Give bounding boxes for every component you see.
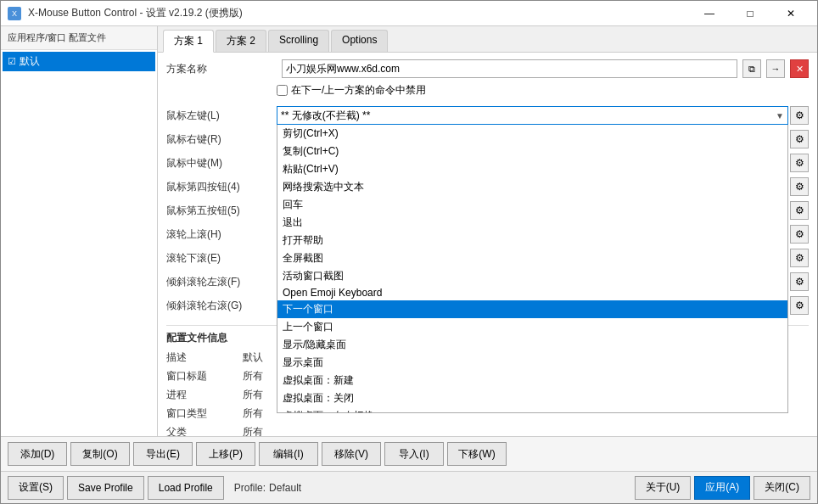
button-row-label-btn4: 鼠标第四按钮(4) <box>166 180 277 194</box>
gear-button-left[interactable]: ⚙ <box>790 106 809 125</box>
list-item[interactable]: 虚拟桌面：关闭 <box>277 389 787 407</box>
list-item[interactable]: 退出 <box>277 214 787 232</box>
left-panel: 应用程序/窗口 配置文件 ☑ 默认 <box>1 26 158 436</box>
right-panel: 方案 1 方案 2 Scrolling Options 方案名称 ⧉ → ✕ <box>158 26 817 436</box>
checked-icon: ☑ <box>8 56 16 67</box>
tabs-bar: 方案 1 方案 2 Scrolling Options <box>158 26 817 53</box>
disable-checkbox[interactable] <box>277 85 288 96</box>
profile-name-row: 方案名称 ⧉ → ✕ <box>166 59 809 78</box>
button-rows: 鼠标左键(L) ** 无修改(不拦截) ** ▼ 剪切(Ctrl+X) 复制(C… <box>166 104 809 318</box>
button-row-label-tilt-left: 倾斜滚轮左滚(F) <box>166 275 277 289</box>
dropdown-list: 剪切(Ctrl+X) 复制(Ctrl+C) 粘贴(Ctrl+V) 网络搜索选中文… <box>277 125 788 413</box>
gear-button-tilt-left[interactable]: ⚙ <box>790 272 809 291</box>
gear-button-btn5[interactable]: ⚙ <box>790 201 809 220</box>
list-item[interactable]: Open Emoji Keyboard <box>277 285 787 300</box>
footer-bar: 设置(S) Save Profile Load Profile Profile:… <box>1 471 817 503</box>
config-info-label-desc: 描述 <box>166 350 243 365</box>
copy-button[interactable]: 复制(O) <box>70 442 130 466</box>
disable-label: 在下一/上一方案的命令中禁用 <box>291 83 426 98</box>
tab-scrolling[interactable]: Scrolling <box>268 30 329 52</box>
main-content: 应用程序/窗口 配置文件 ☑ 默认 方案 1 方案 2 Scrolling Op… <box>1 26 817 436</box>
tab-content: 方案名称 ⧉ → ✕ 在下一/上一方案的命令中禁用 鼠标左键(L) <box>158 53 817 436</box>
dropdown-arrow-icon: ▼ <box>776 111 784 120</box>
apply-button[interactable]: 应用(A) <box>694 476 750 500</box>
edit-button[interactable]: 编辑(I) <box>259 442 318 466</box>
profile-item-label: 默认 <box>20 54 40 69</box>
export-button[interactable]: 导出(E) <box>133 442 193 466</box>
gear-button-scroll-up[interactable]: ⚙ <box>790 225 809 244</box>
config-info-value-wintype: 所有 <box>243 406 263 421</box>
title-bar: X X-Mouse Button Control - 设置 v2.19.2 (便… <box>1 1 817 26</box>
list-item[interactable]: 粘贴(Ctrl+V) <box>277 160 787 178</box>
button-row-label-right: 鼠标右键(R) <box>166 132 277 147</box>
gear-button-right[interactable]: ⚙ <box>790 130 809 148</box>
config-info-value-process: 所有 <box>243 388 263 402</box>
gear-button-tilt-right[interactable]: ⚙ <box>790 296 809 315</box>
gear-button-btn4[interactable]: ⚙ <box>790 177 809 196</box>
title-controls: — □ ✕ <box>690 1 810 26</box>
minimize-button[interactable]: — <box>690 1 729 26</box>
remove-button[interactable]: 移除(V) <box>322 442 381 466</box>
dropdown-trigger-left[interactable]: ** 无修改(不拦截) ** ▼ <box>277 106 788 125</box>
button-row-label-middle: 鼠标中键(M) <box>166 156 277 171</box>
about-button[interactable]: 关于(U) <box>635 476 692 500</box>
button-row-label-scroll-down: 滚轮下滚(E) <box>166 251 277 266</box>
down-button[interactable]: 下移(W) <box>447 442 507 466</box>
button-row-label-tilt-right: 倾斜滚轮右滚(G) <box>166 299 277 313</box>
config-info-value-desc: 默认 <box>243 350 263 365</box>
list-item[interactable]: 网络搜索选中文本 <box>277 178 787 196</box>
dropdown-current-value: ** 无修改(不拦截) ** <box>281 109 370 123</box>
list-item[interactable]: 全屏截图 <box>277 249 787 267</box>
list-item[interactable]: 虚拟桌面：新建 <box>277 372 787 389</box>
bottom-buttons-panel: 添加(D) 复制(O) 导出(E) 上移(P) 编辑(I) 移除(V) 导入(I… <box>1 436 817 471</box>
config-info-label-wintitle: 窗口标题 <box>166 369 243 384</box>
left-panel-list: ☑ 默认 <box>1 50 157 436</box>
button-row-label-left: 鼠标左键(L) <box>166 109 277 123</box>
list-item[interactable]: 上一个窗口 <box>277 318 787 336</box>
list-item[interactable]: 显示/隐藏桌面 <box>277 336 787 354</box>
disable-row: 在下一/上一方案的命令中禁用 <box>277 83 809 98</box>
maximize-button[interactable]: □ <box>731 1 770 26</box>
profile-text-label: Profile: <box>234 482 266 494</box>
config-info-value-parent: 所有 <box>243 425 263 437</box>
add-button[interactable]: 添加(D) <box>8 442 67 466</box>
app-icon: X <box>8 7 21 20</box>
button-row-label-scroll-up: 滚轮上滚(H) <box>166 227 277 242</box>
list-item[interactable]: 打开帮助 <box>277 232 787 249</box>
button-row-label-btn5: 鼠标第五按钮(5) <box>166 204 277 218</box>
config-info-label-process: 进程 <box>166 388 243 402</box>
profile-item-default[interactable]: ☑ 默认 <box>3 52 155 71</box>
profile-name-input[interactable] <box>282 59 737 78</box>
list-item[interactable]: 复制(Ctrl+C) <box>277 143 787 160</box>
tab-scheme2[interactable]: 方案 2 <box>216 30 266 52</box>
left-panel-header: 应用程序/窗口 配置文件 <box>1 26 157 50</box>
list-item[interactable]: 剪切(Ctrl+X) <box>277 125 787 143</box>
gear-button-scroll-down[interactable]: ⚙ <box>790 249 809 267</box>
config-info-label-parent: 父类 <box>166 425 243 437</box>
list-item[interactable]: 活动窗口截图 <box>277 267 787 285</box>
profile-name-label: 方案名称 <box>166 62 277 76</box>
load-profile-button[interactable]: Load Profile <box>148 476 224 500</box>
export-profile-button[interactable]: → <box>766 59 785 78</box>
tab-scheme1[interactable]: 方案 1 <box>163 30 214 53</box>
button-row-left: 鼠标左键(L) ** 无修改(不拦截) ** ▼ 剪切(Ctrl+X) 复制(C… <box>166 104 809 126</box>
copy-profile-button[interactable]: ⧉ <box>742 59 761 78</box>
delete-profile-button[interactable]: ✕ <box>790 59 809 78</box>
list-item[interactable]: 显示桌面 <box>277 354 787 372</box>
config-info-row-parent: 父类 所有 <box>166 423 809 436</box>
tab-options[interactable]: Options <box>331 30 388 52</box>
gear-button-middle[interactable]: ⚙ <box>790 154 809 172</box>
save-profile-button[interactable]: Save Profile <box>67 476 144 500</box>
import-button[interactable]: 导入(I) <box>384 442 444 466</box>
main-window: X X-Mouse Button Control - 设置 v2.19.2 (便… <box>0 0 818 504</box>
list-item[interactable]: 回车 <box>277 196 787 214</box>
list-item[interactable]: 虚拟桌面：向左切换 <box>277 407 787 413</box>
title-bar-left: X X-Mouse Button Control - 设置 v2.19.2 (便… <box>8 6 243 20</box>
close-button[interactable]: 关闭(C) <box>754 476 810 500</box>
list-item[interactable]: 下一个窗口 <box>277 300 787 318</box>
up-button[interactable]: 上移(P) <box>196 442 255 466</box>
close-window-button[interactable]: ✕ <box>771 1 810 26</box>
config-info-value-wintitle: 所有 <box>243 369 263 384</box>
settings-button[interactable]: 设置(S) <box>8 476 64 500</box>
config-info-label-wintype: 窗口类型 <box>166 406 243 421</box>
